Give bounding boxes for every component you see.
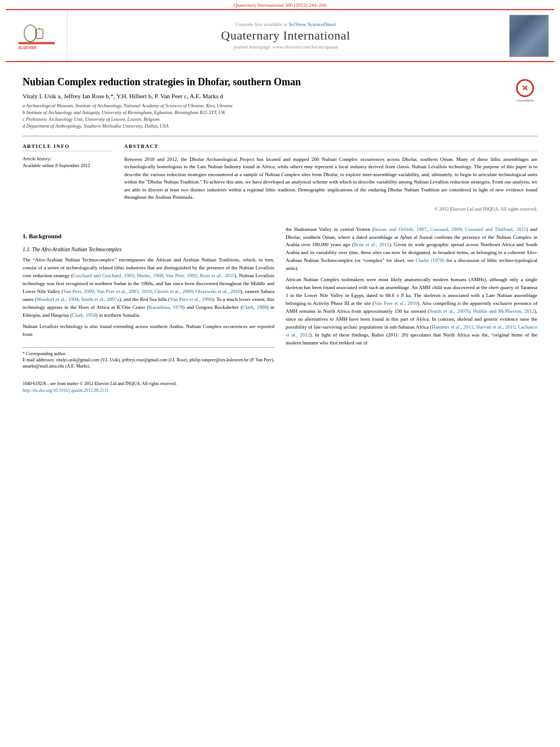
ref-hublin[interactable]: Hublin and McPherron, 2012 bbox=[473, 308, 535, 314]
crossmark-icon bbox=[516, 79, 534, 97]
journal-header-center: Contents lists available at SciVerse Sci… bbox=[68, 10, 504, 61]
ref-vanpeer4[interactable]: Van Peer et al., 1996 bbox=[170, 296, 212, 302]
journal-homepage: journal homepage: www.elsevier.com/locat… bbox=[234, 44, 338, 50]
ref-guichard[interactable]: Guichard and Guichard, 1965 bbox=[73, 273, 134, 278]
ref-vanpeer2[interactable]: Van Peer, 2000 bbox=[63, 289, 94, 294]
footnote-area: * Corresponding author. E-mail addresses… bbox=[23, 347, 274, 370]
copyright-line: © 2012 Elsevier Ltd and INQUA. All right… bbox=[124, 206, 537, 212]
ref-olszewski[interactable]: Olszewski et al., 2010 bbox=[195, 289, 240, 294]
journal-cover bbox=[504, 10, 554, 61]
sciverse-link[interactable]: SciVerse ScienceDirect bbox=[288, 21, 336, 27]
body-col-left: 1. Background 1.1. The Afro-Arabian Nubi… bbox=[23, 226, 274, 370]
svg-point-1 bbox=[24, 25, 36, 42]
ref-vanpeer3[interactable]: Van Peer et al., 2003, 2010 bbox=[97, 289, 152, 294]
article-info-heading: ARTICLE INFO bbox=[23, 143, 113, 151]
doi-link[interactable]: http://dx.doi.org/10.1016/j.quaint.2012.… bbox=[23, 388, 108, 393]
subsection1-title: 1.1. The Afro-Arabian Nubian Technocompl… bbox=[23, 246, 274, 254]
ref-smith2[interactable]: Smith et al., 2007b bbox=[430, 308, 470, 314]
footnote-emails: E-mail addresses: vitalyi.usik@gmail.com… bbox=[23, 357, 274, 369]
ref-hammer[interactable]: Hammer et al., 2011 bbox=[432, 324, 474, 330]
paper-content: Nubian Complex reduction strategies in D… bbox=[0, 62, 560, 217]
abstract-heading: ABSTRACT bbox=[124, 143, 537, 151]
authors-line: Vitaly I. Usik a, Jeffrey Ian Rose b,*, … bbox=[23, 93, 506, 99]
body-para-right2: African Nubian Complex toolmakers were m… bbox=[286, 276, 537, 347]
affiliation-c: c Prehistoric Archaeology Unit, Universi… bbox=[23, 116, 506, 123]
footnote-corresponding: * Corresponding author. bbox=[23, 351, 274, 357]
ref-clarke[interactable]: Clarke (1978) bbox=[415, 257, 444, 263]
article-info-col: ARTICLE INFO Article history: Available … bbox=[23, 143, 113, 212]
article-info-abstract: ARTICLE INFO Article history: Available … bbox=[23, 136, 537, 212]
ref-chiotti[interactable]: Chiotti et al., 2009 bbox=[155, 289, 193, 294]
svg-rect-0 bbox=[18, 42, 55, 45]
ref-vanpeer1[interactable]: Van Peer, 1992 bbox=[166, 273, 197, 278]
body-para-right1: the Hadramaut Valley in central Yemen (I… bbox=[286, 226, 537, 273]
svg-text:ELSEVIER: ELSEVIER bbox=[18, 46, 36, 50]
journal-ref-text: Quaternary International 300 (2013) 244–… bbox=[234, 2, 326, 8]
authors-text: Vitaly I. Usik a, Jeffrey Ian Rose b,*, … bbox=[23, 93, 223, 99]
ref-wendorf[interactable]: Wendorf et al., 1994 bbox=[37, 296, 78, 302]
issn-line: 1040-6182/$ – see front matter © 2012 El… bbox=[23, 381, 537, 387]
ref-smith1[interactable]: Smith et al., 2007a bbox=[81, 296, 120, 302]
ref-clark2[interactable]: Clark, 1954 bbox=[72, 312, 96, 318]
bottom-info: 1040-6182/$ – see front matter © 2012 El… bbox=[0, 378, 560, 397]
body-col-right: the Hadramaut Valley in central Yemen (I… bbox=[286, 226, 537, 370]
affiliation-b: b Institute of Archaeology and Antiquity… bbox=[23, 110, 506, 116]
body-para2: Nubian Levallois technology is also foun… bbox=[23, 323, 274, 339]
ref-crassard2[interactable]: Crassard and Thiébaut, 2011 bbox=[465, 226, 526, 232]
ref-inizan[interactable]: Inizan and Ortlieb, 1987 bbox=[374, 226, 427, 232]
ref-crassard1[interactable]: Crassard, 2009 bbox=[430, 226, 462, 232]
journal-header: ELSEVIER Contents lists available at Sci… bbox=[6, 9, 554, 62]
footnote-email-text: E-mail addresses: vitalyi.usik@gmail.com… bbox=[23, 357, 274, 369]
article-title-section: Nubian Complex reduction strategies in D… bbox=[23, 68, 537, 136]
journal-title: Quaternary International bbox=[221, 28, 351, 43]
main-body: 1. Background 1.1. The Afro-Arabian Nubi… bbox=[0, 217, 560, 378]
journal-reference-bar: Quaternary International 300 (2013) 244–… bbox=[0, 0, 560, 9]
crossmark-label: CrossMark bbox=[516, 98, 533, 103]
abstract-text: Between 2010 and 2012, the Dhofar Archae… bbox=[124, 156, 537, 202]
elsevier-logo: ELSEVIER bbox=[14, 19, 59, 53]
ref-kurashina[interactable]: Kurashina, 1978 bbox=[149, 304, 183, 310]
affiliation-d: d Department of Anthropology, Southern M… bbox=[23, 123, 506, 130]
journal-cover-image bbox=[509, 15, 549, 57]
ref-vanpeer5[interactable]: Van Peer et al., 2010 bbox=[374, 300, 418, 306]
crossmark-badge: CrossMark bbox=[512, 79, 537, 103]
elsevier-logo-area: ELSEVIER bbox=[6, 10, 68, 61]
ref-clark1[interactable]: Clark, 1988 bbox=[242, 304, 267, 310]
affiliations: a Archaeological Museum, Institute of Ar… bbox=[23, 103, 506, 130]
body-para1: The “Afro-Arabian Nubian Technocomplex” … bbox=[23, 256, 274, 320]
sciverse-text: Contents lists available at SciVerse Sci… bbox=[235, 21, 336, 27]
article-title: Nubian Complex reduction strategies in D… bbox=[23, 76, 506, 88]
ref-marks[interactable]: Marks, 1968 bbox=[137, 273, 163, 278]
affiliation-a: a Archaeological Museum, Institute of Ar… bbox=[23, 103, 506, 110]
available-online: Available online 8 September 2012 bbox=[23, 163, 113, 168]
ref-rose2011b[interactable]: Rose et al., 2011 bbox=[354, 242, 390, 247]
abstract-col: ABSTRACT Between 2010 and 2012, the Dhof… bbox=[124, 143, 537, 212]
doi-line: http://dx.doi.org/10.1016/j.quaint.2012.… bbox=[23, 387, 537, 394]
ref-rose2011[interactable]: Rose et al., 2011 bbox=[200, 273, 234, 278]
article-title-area: Nubian Complex reduction strategies in D… bbox=[23, 76, 506, 130]
section1-title: 1. Background bbox=[23, 231, 274, 241]
ref-harvati[interactable]: Harvati et al., 2011 bbox=[476, 324, 515, 330]
history-label: Article history: bbox=[23, 156, 113, 161]
